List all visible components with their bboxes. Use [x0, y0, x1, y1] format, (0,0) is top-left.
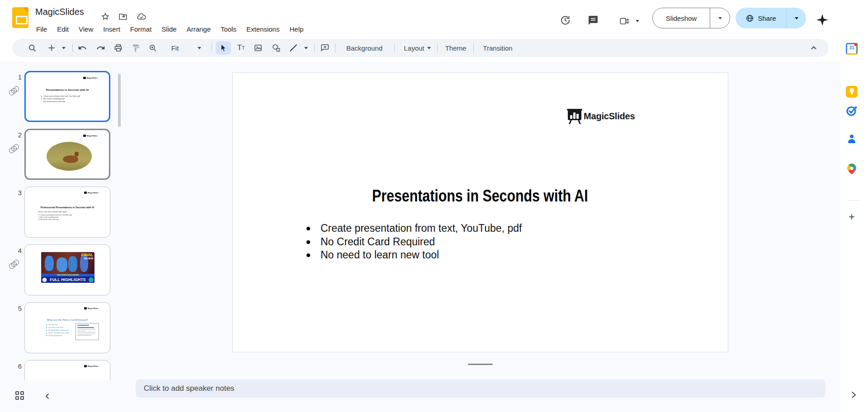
star-icon[interactable]: [100, 12, 110, 22]
redo-button[interactable]: [94, 39, 108, 57]
google-maps-icon[interactable]: [846, 163, 858, 174]
google-contacts-icon[interactable]: [846, 134, 858, 145]
magicslides-logo-icon: [568, 110, 581, 120]
new-slide-button[interactable]: [46, 39, 57, 57]
insert-line-icon[interactable]: [286, 39, 301, 57]
thumbnail-number: 5: [9, 304, 22, 312]
slide-thumbnail-6[interactable]: MagicSlides: [24, 360, 110, 380]
version-history-icon[interactable]: [560, 15, 571, 26]
document-title[interactable]: MagicSlides: [35, 5, 84, 18]
slide-logo-text[interactable]: MagicSlides: [584, 111, 635, 122]
mini-logo-icon: [83, 77, 86, 79]
meet-video-call-icon[interactable]: [618, 16, 629, 27]
thumbnail-number: 2: [9, 131, 22, 139]
insert-image-icon[interactable]: [251, 39, 265, 57]
new-slide-caret[interactable]: [60, 39, 67, 57]
meet-dropdown-caret[interactable]: [636, 20, 639, 22]
speaker-notes[interactable]: Click to add speaker notes: [136, 379, 826, 398]
canvas-area: MagicSlides Presentations in Seconds wit…: [0, 61, 840, 412]
slideshow-button[interactable]: Slideshow: [653, 14, 710, 22]
toolbar-divider: [212, 43, 212, 52]
transition-button[interactable]: Transition: [477, 39, 519, 57]
theme-button[interactable]: Theme: [441, 39, 471, 57]
menu-help[interactable]: Help: [284, 23, 308, 35]
cricket-highlights-image: FINAL IND WON INDIA VS WEST INDIES MASTE…: [41, 252, 94, 283]
google-keep-icon[interactable]: [846, 86, 858, 98]
google-side-panel: [840, 0, 868, 412]
move-to-folder-icon[interactable]: [118, 12, 128, 22]
zoom-select[interactable]: Fit: [165, 39, 185, 57]
zoom-icon[interactable]: [146, 39, 160, 57]
slideshow-button-group: Slideshow: [652, 8, 730, 28]
search-menus-icon[interactable]: [26, 39, 38, 57]
slide-thumbnail-4[interactable]: FINAL IND WON INDIA VS WEST INDIES MASTE…: [24, 244, 110, 295]
menu-format[interactable]: Format: [125, 23, 157, 35]
share-label: Share: [758, 14, 776, 22]
toolbar-divider: [394, 43, 395, 52]
collapse-toolbar-chevron-icon[interactable]: [807, 39, 821, 57]
slide-bullet[interactable]: No need to learn new tool: [305, 248, 522, 262]
slide-title-textbox[interactable]: Presentations in Seconds with AI: [372, 187, 588, 206]
menu-arrange[interactable]: Arrange: [182, 23, 216, 35]
comments-icon[interactable]: [588, 15, 599, 26]
print-icon[interactable]: [112, 39, 125, 57]
transition-indicator-icon[interactable]: [9, 260, 20, 270]
slideshow-dropdown-caret[interactable]: [710, 17, 730, 19]
slide-body-textbox[interactable]: Create presentation from text, YouTube, …: [305, 222, 522, 262]
globe-icon: [745, 14, 754, 23]
insert-shape-icon[interactable]: [269, 39, 283, 57]
slide-thumbnail-2[interactable]: MagicSlides: [24, 129, 110, 180]
toolbar-divider: [473, 43, 474, 52]
share-button[interactable]: Share: [736, 14, 786, 23]
menu-slide[interactable]: Slide: [156, 23, 181, 35]
gemini-sparkle-icon[interactable]: [816, 14, 828, 26]
select-tool-button[interactable]: [216, 41, 231, 55]
slide-filmstrip: 1 MagicSlides Presentations in Seconds w…: [0, 63, 126, 380]
notes-resize-handle[interactable]: [468, 364, 493, 365]
undo-button[interactable]: [75, 39, 89, 57]
insert-line-caret[interactable]: [302, 39, 310, 57]
toolbar-divider: [437, 43, 438, 52]
grid-view-toggle-icon[interactable]: [15, 391, 25, 401]
mini-text-box: [75, 323, 99, 340]
paint-format-icon[interactable]: [129, 39, 142, 57]
transition-indicator-icon[interactable]: [9, 86, 20, 96]
slides-app-icon[interactable]: [12, 7, 28, 28]
layout-button[interactable]: Layout: [399, 39, 434, 57]
mini-logo-icon: [83, 135, 86, 137]
menu-file[interactable]: File: [31, 23, 52, 35]
slide-bullet[interactable]: No Credit Card Required: [305, 235, 522, 249]
transition-indicator-icon[interactable]: [9, 144, 20, 154]
filmstrip-scrollbar[interactable]: [118, 74, 121, 127]
toolbar-divider: [335, 43, 335, 52]
slide-bullet[interactable]: Create presentation from text, YouTube, …: [305, 222, 522, 235]
insert-comment-icon[interactable]: [318, 39, 332, 57]
mini-logo-icon: [84, 365, 87, 367]
thumbnail-number: 1: [9, 73, 22, 81]
cloud-saved-icon[interactable]: [137, 12, 146, 22]
deer-image: [47, 142, 92, 171]
slide-thumbnail-5[interactable]: MagicSlides What are the Parts of a WebQ…: [24, 302, 110, 353]
slide-editor[interactable]: MagicSlides Presentations in Seconds wit…: [232, 72, 728, 352]
thumbnail-number: 6: [9, 362, 22, 370]
get-add-ons-plus-icon[interactable]: +: [846, 211, 857, 222]
menu-tools[interactable]: Tools: [216, 23, 241, 35]
collapse-filmstrip-chevron-icon[interactable]: [43, 392, 52, 400]
toolbar: Fit TT Background Layout: [12, 39, 829, 57]
slide-thumbnail-3[interactable]: MagicSlides Professional Presentations i…: [24, 187, 110, 238]
menu-insert[interactable]: Insert: [98, 23, 125, 35]
menu-view[interactable]: View: [74, 23, 98, 35]
thumbnail-number: 3: [9, 189, 22, 197]
share-dropdown-caret[interactable]: [787, 17, 806, 19]
background-button[interactable]: Background: [340, 39, 389, 57]
google-calendar-icon[interactable]: 31: [846, 43, 858, 55]
share-button-group: Share: [736, 8, 806, 28]
menu-extensions[interactable]: Extensions: [241, 23, 284, 35]
google-tasks-icon[interactable]: [846, 105, 858, 117]
show-side-panel-chevron-icon[interactable]: [849, 390, 858, 399]
zoom-select-caret[interactable]: [196, 39, 203, 57]
menu-edit[interactable]: Edit: [52, 23, 74, 35]
text-box-tool[interactable]: TT: [234, 39, 248, 57]
slide-thumbnail-1[interactable]: MagicSlides Presentations in Seconds wit…: [24, 71, 110, 122]
side-panel-divider: [848, 200, 860, 201]
